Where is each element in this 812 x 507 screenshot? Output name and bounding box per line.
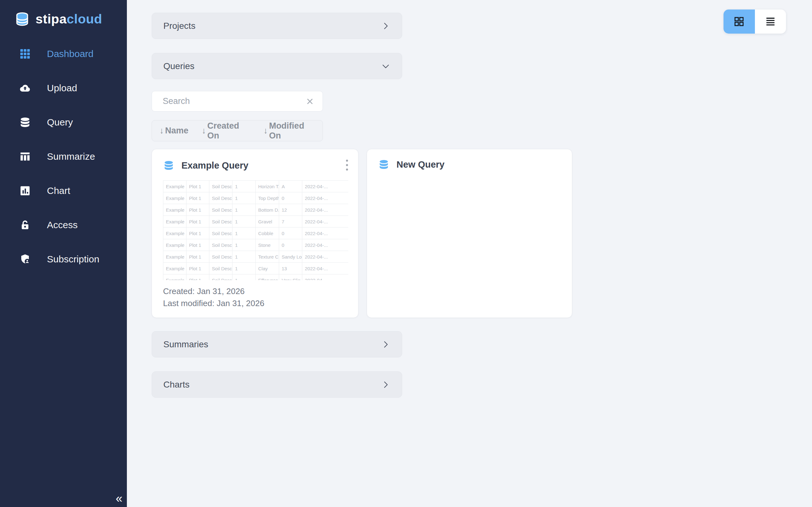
table-cell: 1 xyxy=(233,263,256,274)
table-cell: 12 xyxy=(279,204,302,216)
chevron-right-icon xyxy=(381,340,391,349)
sidebar-item-label: Chart xyxy=(47,185,70,196)
table-cell: 0 xyxy=(279,228,302,239)
down-arrow-icon: ↓ xyxy=(159,126,164,135)
table-cell: 0 xyxy=(279,192,302,204)
sort-by-created-button[interactable]: ↓Created On xyxy=(202,121,250,141)
table-cell: 1 xyxy=(233,239,256,250)
table-cell: Clay xyxy=(256,263,279,274)
list-view-button[interactable] xyxy=(755,9,786,34)
clear-search-icon[interactable] xyxy=(305,97,314,106)
table-row: Example ...Plot 1Soil Desc...1Effervesc.… xyxy=(163,274,348,280)
card-header: New Query xyxy=(367,149,572,170)
sidebar-item-dashboard[interactable]: Dashboard xyxy=(0,37,127,71)
query-card-new[interactable]: New Query xyxy=(367,149,572,318)
table-cell: 2022-04-... xyxy=(302,228,348,239)
table-cell: Plot 1 xyxy=(187,192,209,204)
table-cell: 2022-04-... xyxy=(302,192,348,204)
sort-by-modified-button[interactable]: ↓Modified On xyxy=(264,121,315,141)
section-charts[interactable]: Charts xyxy=(152,372,402,398)
grid-icon xyxy=(19,48,31,60)
search-input[interactable] xyxy=(163,96,305,106)
sidebar-item-subscription[interactable]: Subscription xyxy=(0,242,127,276)
table-cell: 2022-04-... xyxy=(302,274,348,280)
sidebar-item-chart[interactable]: Chart xyxy=(0,174,127,208)
section-projects[interactable]: Projects xyxy=(152,13,402,39)
table-row: Example ...Plot 1Soil Desc...1Horizon T.… xyxy=(163,181,348,192)
table-columns-icon xyxy=(19,151,31,163)
table-cell: 13 xyxy=(279,263,302,274)
sort-option-label: Created On xyxy=(207,121,250,141)
sidebar-item-query[interactable]: Query xyxy=(0,105,127,139)
sort-bar: ↓Name ↓Created On ↓Modified On xyxy=(152,120,323,141)
table-cell: Stone xyxy=(256,239,279,250)
sidebar-item-label: Summarize xyxy=(47,151,95,162)
card-dates: Created: Jan 31, 2026 Last modified: Jan… xyxy=(163,285,358,309)
table-cell: Plot 1 xyxy=(187,239,209,250)
grid-view-icon xyxy=(733,16,745,27)
query-card-example[interactable]: Example Query Example ...Plot 1Soil Desc… xyxy=(152,149,358,318)
app-root: stipacloud Dashboard xyxy=(0,0,812,507)
sidebar-item-access[interactable]: Access xyxy=(0,208,127,242)
table-cell: Plot 1 xyxy=(187,228,209,239)
sidebar-item-label: Query xyxy=(47,117,73,128)
sidebar-item-label: Subscription xyxy=(47,254,99,265)
chevron-right-icon xyxy=(381,21,391,31)
database-logo-icon xyxy=(14,11,30,26)
table-cell: 2022-04-... xyxy=(302,239,348,250)
sort-by-name-button[interactable]: ↓Name xyxy=(159,126,189,135)
table-cell: Soil Desc... xyxy=(209,216,233,227)
table-cell: Example ... xyxy=(163,192,187,204)
grid-view-button[interactable] xyxy=(723,9,755,34)
table-cell: Example ... xyxy=(163,228,187,239)
sort-option-label: Name xyxy=(165,126,189,135)
chevron-down-icon xyxy=(381,61,391,71)
database-icon xyxy=(19,116,31,128)
table-cell: Cobble xyxy=(256,228,279,239)
card-title: New Query xyxy=(397,159,445,170)
table-cell: Example ... xyxy=(163,251,187,262)
sidebar-item-summarize[interactable]: Summarize xyxy=(0,139,127,174)
table-cell: 1 xyxy=(233,216,256,227)
table-cell: 0 xyxy=(279,239,302,250)
table-cell: Example ... xyxy=(163,216,187,227)
sidebar-collapse-button[interactable]: « xyxy=(116,493,122,504)
sidebar-item-upload[interactable]: Upload xyxy=(0,71,127,105)
table-row: Example ...Plot 1Soil Desc...1Bottom D..… xyxy=(163,204,348,216)
down-arrow-icon: ↓ xyxy=(202,126,206,135)
view-toggle xyxy=(723,9,786,34)
table-cell: 1 xyxy=(233,192,256,204)
table-cell: Soil Desc... xyxy=(209,181,233,192)
created-date: Created: Jan 31, 2026 xyxy=(163,285,358,297)
table-row: Example ...Plot 1Soil Desc...1Cobble0202… xyxy=(163,228,348,239)
shield-user-icon xyxy=(19,253,31,265)
modified-date: Last modified: Jan 31, 2026 xyxy=(163,297,358,309)
table-cell: Plot 1 xyxy=(187,181,209,192)
bar-chart-icon xyxy=(19,185,31,197)
section-queries[interactable]: Queries xyxy=(152,53,402,79)
kebab-menu-icon[interactable] xyxy=(345,159,349,172)
table-row: Example ...Plot 1Soil Desc...1Gravel7202… xyxy=(163,216,348,228)
down-arrow-icon: ↓ xyxy=(264,126,268,135)
brand-logo: stipacloud xyxy=(14,9,102,29)
database-icon xyxy=(378,159,390,170)
table-cell: Bottom D... xyxy=(256,204,279,216)
table-cell: 2022-04-... xyxy=(302,251,348,262)
table-cell: Plot 1 xyxy=(187,251,209,262)
table-cell: Sandy Lo... xyxy=(279,251,302,262)
table-cell: Effervesc... xyxy=(256,274,279,280)
table-cell: Plot 1 xyxy=(187,263,209,274)
sort-option-label: Modified On xyxy=(269,121,315,141)
table-cell: 2022-04-... xyxy=(302,216,348,227)
table-cell: Example ... xyxy=(163,274,187,280)
table-cell: Example ... xyxy=(163,181,187,192)
search-box xyxy=(152,91,323,112)
section-summaries[interactable]: Summaries xyxy=(152,331,402,357)
sidebar-item-label: Dashboard xyxy=(47,49,94,59)
database-icon xyxy=(163,160,174,171)
table-cell: Soil Desc... xyxy=(209,274,233,280)
query-preview-table: Example ...Plot 1Soil Desc...1Horizon T.… xyxy=(163,180,348,280)
sidebar-nav: Dashboard Upload xyxy=(0,37,127,276)
table-cell: Plot 1 xyxy=(187,204,209,216)
card-header: Example Query xyxy=(152,149,358,172)
